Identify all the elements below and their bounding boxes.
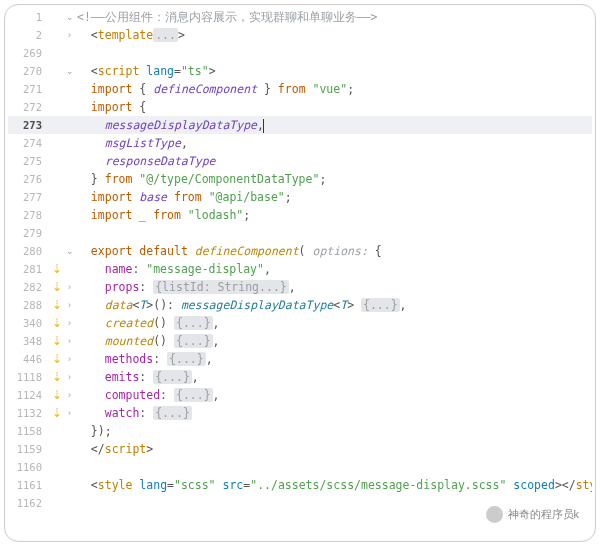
line-number[interactable]: 274 — [8, 134, 50, 152]
line-number[interactable]: 269 — [8, 44, 50, 62]
code-content[interactable] — [75, 44, 592, 62]
line-number[interactable]: 288 — [8, 296, 50, 314]
line-number[interactable]: 1118 — [8, 368, 50, 386]
code-content[interactable]: props: {listId: String...}, — [75, 278, 592, 296]
fold-collapsed-icon[interactable]: › — [64, 404, 75, 422]
code-line[interactable]: 1158 }); — [8, 422, 592, 440]
code-line[interactable]: 269 — [8, 44, 592, 62]
gutter-implement-icon[interactable]: ⇣ — [50, 278, 64, 296]
line-number[interactable]: 1162 — [8, 494, 50, 512]
line-number[interactable]: 348 — [8, 332, 50, 350]
code-content[interactable]: computed: {...}, — [75, 386, 592, 404]
code-content[interactable]: responseDataType — [75, 152, 592, 170]
fold-collapsed-icon[interactable]: › — [64, 278, 75, 296]
line-number[interactable]: 1160 — [8, 458, 50, 476]
line-number[interactable]: 275 — [8, 152, 50, 170]
code-content[interactable]: methods: {...}, — [75, 350, 592, 368]
code-content[interactable]: mounted() {...}, — [75, 332, 592, 350]
code-line[interactable]: 270⌄ <script lang="ts"> — [8, 62, 592, 80]
code-content[interactable]: <!——公用组件：消息内容展示，实现群聊和单聊业务——> — [75, 8, 592, 26]
code-content[interactable]: }); — [75, 422, 592, 440]
fold-expanded-icon[interactable]: ⌄ — [64, 242, 75, 260]
code-content[interactable]: import { defineComponent } from "vue"; — [75, 80, 592, 98]
fold-collapsed-icon[interactable]: › — [64, 296, 75, 314]
code-content[interactable]: <script lang="ts"> — [75, 62, 592, 80]
line-number[interactable]: 279 — [8, 224, 50, 242]
code-line[interactable]: 276 } from "@/type/ComponentDataType"; — [8, 170, 592, 188]
code-content[interactable]: import _ from "lodash"; — [75, 206, 592, 224]
code-content[interactable] — [75, 224, 592, 242]
fold-expanded-icon[interactable]: ⌄ — [64, 62, 75, 80]
code-line[interactable]: 278 import _ from "lodash"; — [8, 206, 592, 224]
line-number[interactable]: 270 — [8, 62, 50, 80]
code-line[interactable]: 1132⇣› watch: {...} — [8, 404, 592, 422]
code-line[interactable]: 288⇣› data<T>(): messageDisplayDataType<… — [8, 296, 592, 314]
line-number[interactable]: 340 — [8, 314, 50, 332]
code-line[interactable]: 446⇣› methods: {...}, — [8, 350, 592, 368]
code-line[interactable]: 1160 — [8, 458, 592, 476]
code-editor[interactable]: 1⌄<!——公用组件：消息内容展示，实现群聊和单聊业务——>2› <templa… — [8, 8, 592, 538]
line-number[interactable]: 272 — [8, 98, 50, 116]
line-number[interactable]: 273 — [8, 116, 50, 134]
code-content[interactable]: name: "message-display", — [75, 260, 592, 278]
code-line[interactable]: 1159 </script> — [8, 440, 592, 458]
code-line[interactable]: 281⇣ name: "message-display", — [8, 260, 592, 278]
line-number[interactable]: 282 — [8, 278, 50, 296]
line-number[interactable]: 277 — [8, 188, 50, 206]
code-content[interactable]: msgListType, — [75, 134, 592, 152]
fold-collapsed-icon[interactable]: › — [64, 386, 75, 404]
code-line[interactable]: 1124⇣› computed: {...}, — [8, 386, 592, 404]
code-content[interactable] — [75, 458, 592, 476]
code-line[interactable]: 272 import { — [8, 98, 592, 116]
code-line[interactable]: 348⇣› mounted() {...}, — [8, 332, 592, 350]
gutter-implement-icon[interactable]: ⇣ — [50, 260, 64, 278]
line-number[interactable]: 276 — [8, 170, 50, 188]
line-number[interactable]: 280 — [8, 242, 50, 260]
code-line[interactable]: 280⌄ export default defineComponent( opt… — [8, 242, 592, 260]
line-number[interactable]: 278 — [8, 206, 50, 224]
line-number[interactable]: 281 — [8, 260, 50, 278]
code-content[interactable]: messageDisplayDataType, — [75, 116, 592, 134]
code-line[interactable]: 271 import { defineComponent } from "vue… — [8, 80, 592, 98]
code-line[interactable]: 1118⇣› emits: {...}, — [8, 368, 592, 386]
line-number[interactable]: 1159 — [8, 440, 50, 458]
gutter-implement-icon[interactable]: ⇣ — [50, 332, 64, 350]
code-content[interactable]: import base from "@api/base"; — [75, 188, 592, 206]
code-content[interactable]: } from "@/type/ComponentDataType"; — [75, 170, 592, 188]
fold-collapsed-icon[interactable]: › — [64, 314, 75, 332]
fold-collapsed-icon[interactable]: › — [64, 332, 75, 350]
gutter-implement-icon[interactable]: ⇣ — [50, 296, 64, 314]
code-line[interactable]: 277 import base from "@api/base"; — [8, 188, 592, 206]
code-line[interactable]: 274 msgListType, — [8, 134, 592, 152]
code-content[interactable]: <style lang="scss" src="../assets/scss/m… — [75, 476, 592, 494]
code-line[interactable]: 279 — [8, 224, 592, 242]
line-number[interactable]: 271 — [8, 80, 50, 98]
code-line[interactable]: 340⇣› created() {...}, — [8, 314, 592, 332]
code-line[interactable]: 1⌄<!——公用组件：消息内容展示，实现群聊和单聊业务——> — [8, 8, 592, 26]
fold-collapsed-icon[interactable]: › — [64, 26, 75, 44]
code-content[interactable]: created() {...}, — [75, 314, 592, 332]
line-number[interactable]: 1124 — [8, 386, 50, 404]
gutter-implement-icon[interactable]: ⇣ — [50, 386, 64, 404]
line-number[interactable]: 1161 — [8, 476, 50, 494]
line-number[interactable]: 1 — [8, 8, 50, 26]
code-line[interactable]: 275 responseDataType — [8, 152, 592, 170]
code-line[interactable]: 2› <template...> — [8, 26, 592, 44]
code-content[interactable]: </script> — [75, 440, 592, 458]
code-content[interactable]: <template...> — [75, 26, 592, 44]
line-number[interactable]: 446 — [8, 350, 50, 368]
code-content[interactable]: emits: {...}, — [75, 368, 592, 386]
line-number[interactable]: 1132 — [8, 404, 50, 422]
line-number[interactable]: 2 — [8, 26, 50, 44]
gutter-implement-icon[interactable]: ⇣ — [50, 350, 64, 368]
code-line[interactable]: 282⇣› props: {listId: String...}, — [8, 278, 592, 296]
gutter-implement-icon[interactable]: ⇣ — [50, 314, 64, 332]
code-line[interactable]: 1161 <style lang="scss" src="../assets/s… — [8, 476, 592, 494]
code-content[interactable]: watch: {...} — [75, 404, 592, 422]
fold-expanded-icon[interactable]: ⌄ — [64, 8, 75, 26]
fold-collapsed-icon[interactable]: › — [64, 350, 75, 368]
code-content[interactable]: export default defineComponent( options:… — [75, 242, 592, 260]
code-content[interactable]: import { — [75, 98, 592, 116]
code-line[interactable]: 273 messageDisplayDataType, — [8, 116, 592, 134]
code-content[interactable]: data<T>(): messageDisplayDataType<T> {..… — [75, 296, 592, 314]
